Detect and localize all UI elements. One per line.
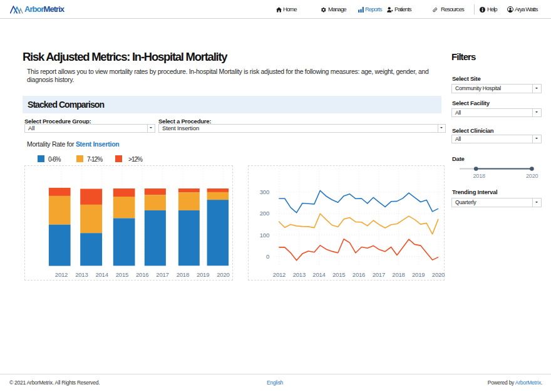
svg-text:100: 100 [260,232,269,239]
svg-text:2017: 2017 [156,271,168,278]
svg-text:0: 0 [266,253,269,260]
svg-text:2015: 2015 [332,271,345,278]
svg-text:2016: 2016 [136,271,148,278]
svg-text:2016: 2016 [353,271,365,278]
svg-text:2013: 2013 [293,271,306,278]
svg-text:2019: 2019 [197,271,209,278]
svg-text:2012: 2012 [273,271,286,278]
svg-text:2017: 2017 [373,271,385,278]
svg-text:2018: 2018 [392,271,404,278]
svg-text:2013: 2013 [75,271,88,278]
svg-text:300: 300 [260,188,269,195]
svg-text:2014: 2014 [95,271,108,278]
svg-text:2015: 2015 [116,271,128,278]
svg-text:200: 200 [260,210,269,217]
svg-text:2018: 2018 [177,271,189,278]
svg-text:2020: 2020 [217,271,229,278]
svg-text:2012: 2012 [55,271,68,278]
svg-text:2019: 2019 [412,271,425,278]
svg-text:2014: 2014 [312,271,325,278]
svg-text:2020: 2020 [432,271,445,278]
